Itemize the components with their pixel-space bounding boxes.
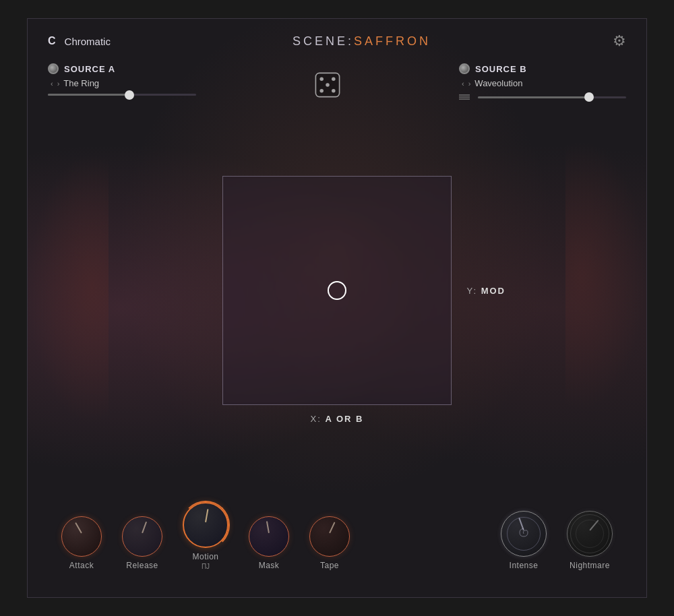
knob-item-motion: Motion ΠJ bbox=[183, 502, 228, 570]
tape-knob-indicator bbox=[329, 522, 335, 533]
y-label-prefix: Y: bbox=[466, 286, 477, 296]
knob-group-left: Attack Release Motion ΠJ bbox=[61, 502, 350, 570]
release-knob[interactable] bbox=[122, 516, 162, 557]
motion-knob-sublabel: ΠJ bbox=[202, 563, 210, 570]
tape-knob-label: Tape bbox=[320, 561, 339, 570]
mask-knob-label: Mask bbox=[259, 561, 280, 570]
source-a-label-row: SOURCE A bbox=[48, 63, 196, 74]
svg-point-3 bbox=[326, 83, 330, 87]
mask-knob[interactable] bbox=[249, 516, 289, 557]
source-a-slider-row bbox=[48, 94, 196, 96]
tape-knob[interactable] bbox=[309, 516, 350, 557]
knob-item-release: Release bbox=[122, 516, 162, 570]
source-a-label: SOURCE A bbox=[64, 64, 115, 74]
svg-point-4 bbox=[319, 89, 324, 93]
knob-item-mask: Mask bbox=[249, 516, 289, 570]
title-scene: SCENE: bbox=[293, 34, 354, 48]
attack-knob[interactable] bbox=[61, 516, 102, 557]
header-left: C Chromatic bbox=[48, 35, 111, 47]
release-knob-label: Release bbox=[126, 561, 158, 570]
y-label-value: MOD bbox=[481, 286, 506, 296]
source-b-name: Waveolution bbox=[474, 78, 522, 88]
nightmare-knob[interactable] bbox=[567, 511, 613, 557]
intense-knob[interactable] bbox=[501, 511, 547, 557]
sources-row: SOURCE A ‹ › The Ring bbox=[48, 63, 626, 102]
source-b-block: SOURCE B ‹ › Waveolution bbox=[459, 63, 626, 100]
xy-pad-wrapper: X: A OR B Y: MOD bbox=[222, 176, 452, 405]
svg-point-1 bbox=[319, 77, 324, 81]
header: C Chromatic SCENE:SAFFRON ⚙ bbox=[48, 32, 626, 50]
source-b-slider[interactable] bbox=[478, 96, 626, 98]
content-wrapper: C Chromatic SCENE:SAFFRON ⚙ SOURCE A ‹ ›… bbox=[28, 19, 646, 597]
scale-label[interactable]: Chromatic bbox=[65, 36, 111, 47]
source-b-icons bbox=[459, 94, 470, 100]
svg-point-2 bbox=[332, 77, 336, 81]
release-knob-indicator bbox=[142, 522, 147, 534]
key-label[interactable]: C bbox=[48, 35, 57, 47]
source-a-slider-fill bbox=[48, 94, 129, 96]
mask-knob-indicator bbox=[266, 521, 270, 533]
knob-item-nightmare: Nightmare bbox=[567, 511, 613, 570]
source-b-slider-thumb[interactable] bbox=[584, 92, 594, 102]
source-b-indicator bbox=[459, 63, 470, 74]
xy-pad-area: X: A OR B Y: MOD bbox=[48, 113, 626, 468]
source-a-prev-arrow[interactable]: ‹ bbox=[51, 80, 53, 88]
knob-group-right: Intense Nightmare bbox=[501, 511, 613, 570]
source-a-next-arrow[interactable]: › bbox=[57, 80, 60, 88]
source-a-slider[interactable] bbox=[48, 94, 196, 96]
source-a-block: SOURCE A ‹ › The Ring bbox=[48, 63, 196, 96]
motion-knob-label: Motion bbox=[192, 552, 218, 561]
main-container: C Chromatic SCENE:SAFFRON ⚙ SOURCE A ‹ ›… bbox=[27, 18, 647, 598]
motion-knob[interactable] bbox=[183, 502, 228, 548]
nightmare-knob-ring2 bbox=[576, 520, 604, 548]
knobs-section: Attack Release Motion ΠJ bbox=[48, 495, 626, 584]
source-b-name-row[interactable]: ‹ › Waveolution bbox=[462, 78, 522, 88]
knob-item-intense: Intense bbox=[501, 511, 547, 570]
source-a-indicator bbox=[48, 63, 59, 74]
xy-cursor[interactable] bbox=[328, 281, 346, 300]
source-b-prev-arrow[interactable]: ‹ bbox=[462, 80, 464, 88]
source-b-slider-fill bbox=[478, 96, 589, 98]
x-label-prefix: X: bbox=[311, 414, 321, 424]
knob-item-attack: Attack bbox=[61, 516, 102, 570]
source-b-next-arrow[interactable]: › bbox=[468, 80, 471, 88]
motion-orange-arc bbox=[181, 501, 230, 549]
randomize-button[interactable] bbox=[313, 70, 342, 102]
source-a-slider-thumb[interactable] bbox=[125, 90, 134, 100]
intense-knob-inner bbox=[507, 517, 541, 551]
settings-button[interactable]: ⚙ bbox=[613, 32, 626, 50]
svg-point-5 bbox=[332, 89, 336, 93]
knob-item-tape: Tape bbox=[309, 516, 350, 570]
intense-knob-label: Intense bbox=[510, 561, 539, 570]
y-axis-label: Y: MOD bbox=[466, 286, 506, 296]
x-label-value: A OR B bbox=[325, 414, 363, 424]
attack-knob-label: Attack bbox=[69, 561, 94, 570]
source-a-name-row[interactable]: ‹ › The Ring bbox=[51, 78, 196, 88]
menu-lines-icon bbox=[459, 94, 470, 100]
title-saffron: SAFFRON bbox=[354, 34, 431, 48]
app-title: SCENE:SAFFRON bbox=[293, 34, 431, 49]
source-b-slider-row bbox=[459, 94, 626, 100]
xy-pad[interactable] bbox=[222, 176, 452, 405]
source-b-label-row: SOURCE B bbox=[459, 63, 527, 74]
source-a-name: The Ring bbox=[63, 78, 99, 88]
dice-icon bbox=[313, 70, 342, 100]
source-b-label: SOURCE B bbox=[475, 64, 527, 74]
nightmare-knob-label: Nightmare bbox=[570, 561, 610, 570]
intense-knob-spiral bbox=[517, 527, 530, 541]
attack-knob-indicator bbox=[75, 522, 82, 534]
x-axis-label: X: A OR B bbox=[311, 414, 364, 424]
center-dice-area bbox=[313, 63, 342, 102]
